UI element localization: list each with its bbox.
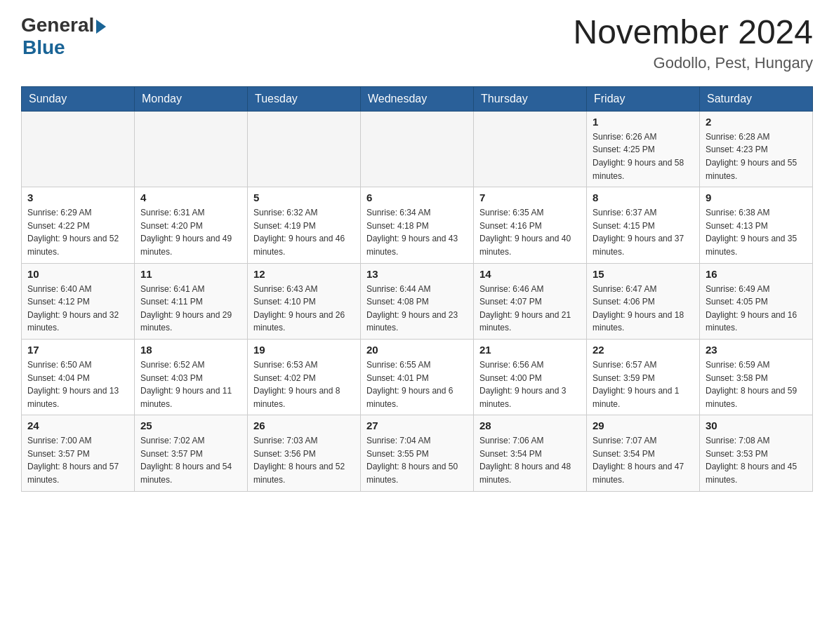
- calendar-cell: [248, 111, 361, 187]
- day-number: 26: [253, 420, 355, 431]
- day-number: 23: [706, 344, 807, 356]
- day-number: 28: [479, 420, 581, 431]
- calendar-cell: 11Sunrise: 6:41 AMSunset: 4:11 PMDayligh…: [135, 263, 248, 339]
- logo-general-text: General: [21, 14, 94, 36]
- day-info: Sunrise: 6:26 AMSunset: 4:25 PMDaylight:…: [593, 130, 694, 182]
- calendar-cell: 2Sunrise: 6:28 AMSunset: 4:23 PMDaylight…: [700, 111, 813, 187]
- day-number: 1: [593, 116, 694, 128]
- day-number: 4: [140, 192, 241, 203]
- day-info: Sunrise: 7:03 AMSunset: 3:56 PMDaylight:…: [253, 434, 355, 486]
- day-number: 19: [253, 344, 355, 356]
- logo-blue-text: Blue: [22, 36, 65, 59]
- day-number: 24: [27, 420, 128, 431]
- day-info: Sunrise: 7:08 AMSunset: 3:53 PMDaylight:…: [706, 434, 807, 486]
- day-info: Sunrise: 6:31 AMSunset: 4:20 PMDaylight:…: [140, 206, 241, 258]
- day-info: Sunrise: 6:50 AMSunset: 4:04 PMDaylight:…: [27, 358, 128, 410]
- day-number: 9: [706, 192, 807, 203]
- day-info: Sunrise: 6:40 AMSunset: 4:12 PMDaylight:…: [27, 283, 128, 335]
- calendar-cell: [474, 111, 587, 187]
- day-info: Sunrise: 7:04 AMSunset: 3:55 PMDaylight:…: [366, 434, 468, 486]
- calendar-cell: 18Sunrise: 6:52 AMSunset: 4:03 PMDayligh…: [135, 339, 248, 415]
- calendar-week-row: 17Sunrise: 6:50 AMSunset: 4:04 PMDayligh…: [22, 339, 813, 415]
- day-info: Sunrise: 6:53 AMSunset: 4:02 PMDaylight:…: [253, 358, 355, 410]
- logo: General Blue: [21, 14, 106, 59]
- day-info: Sunrise: 6:34 AMSunset: 4:18 PMDaylight:…: [366, 206, 468, 258]
- day-info: Sunrise: 6:57 AMSunset: 3:59 PMDaylight:…: [593, 358, 694, 410]
- day-info: Sunrise: 6:28 AMSunset: 4:23 PMDaylight:…: [706, 130, 807, 182]
- col-header-sunday: Sunday: [22, 86, 135, 111]
- col-header-thursday: Thursday: [474, 86, 587, 111]
- day-info: Sunrise: 7:00 AMSunset: 3:57 PMDaylight:…: [27, 434, 128, 486]
- calendar-week-row: 3Sunrise: 6:29 AMSunset: 4:22 PMDaylight…: [22, 187, 813, 263]
- day-info: Sunrise: 6:32 AMSunset: 4:19 PMDaylight:…: [253, 206, 355, 258]
- day-number: 13: [366, 268, 468, 280]
- day-number: 7: [479, 192, 581, 203]
- day-info: Sunrise: 7:07 AMSunset: 3:54 PMDaylight:…: [593, 434, 694, 486]
- calendar-header-row: SundayMondayTuesdayWednesdayThursdayFrid…: [22, 86, 813, 111]
- calendar-cell: 27Sunrise: 7:04 AMSunset: 3:55 PMDayligh…: [361, 415, 474, 491]
- day-number: 2: [706, 116, 807, 128]
- day-info: Sunrise: 6:43 AMSunset: 4:10 PMDaylight:…: [253, 283, 355, 335]
- day-info: Sunrise: 6:38 AMSunset: 4:13 PMDaylight:…: [706, 206, 807, 258]
- day-info: Sunrise: 6:44 AMSunset: 4:08 PMDaylight:…: [366, 283, 468, 335]
- calendar-cell: 7Sunrise: 6:35 AMSunset: 4:16 PMDaylight…: [474, 187, 587, 263]
- calendar-cell: 22Sunrise: 6:57 AMSunset: 3:59 PMDayligh…: [587, 339, 700, 415]
- day-number: 16: [706, 268, 807, 280]
- day-number: 29: [593, 420, 694, 431]
- day-info: Sunrise: 7:02 AMSunset: 3:57 PMDaylight:…: [140, 434, 241, 486]
- logo-arrow-icon: [96, 20, 106, 34]
- day-number: 11: [140, 268, 241, 280]
- calendar-cell: 19Sunrise: 6:53 AMSunset: 4:02 PMDayligh…: [248, 339, 361, 415]
- day-number: 8: [593, 192, 694, 203]
- page-header: General Blue November 2024 Godollo, Pest…: [21, 14, 813, 72]
- day-info: Sunrise: 6:35 AMSunset: 4:16 PMDaylight:…: [479, 206, 581, 258]
- day-number: 21: [479, 344, 581, 356]
- day-info: Sunrise: 6:41 AMSunset: 4:11 PMDaylight:…: [140, 283, 241, 335]
- calendar-cell: 30Sunrise: 7:08 AMSunset: 3:53 PMDayligh…: [700, 415, 813, 491]
- day-number: 25: [140, 420, 241, 431]
- col-header-monday: Monday: [135, 86, 248, 111]
- calendar-cell: 28Sunrise: 7:06 AMSunset: 3:54 PMDayligh…: [474, 415, 587, 491]
- calendar-cell: [135, 111, 248, 187]
- day-number: 22: [593, 344, 694, 356]
- calendar-cell: 26Sunrise: 7:03 AMSunset: 3:56 PMDayligh…: [248, 415, 361, 491]
- day-info: Sunrise: 6:46 AMSunset: 4:07 PMDaylight:…: [479, 283, 581, 335]
- day-info: Sunrise: 6:59 AMSunset: 3:58 PMDaylight:…: [706, 358, 807, 410]
- day-info: Sunrise: 6:37 AMSunset: 4:15 PMDaylight:…: [593, 206, 694, 258]
- calendar-cell: 3Sunrise: 6:29 AMSunset: 4:22 PMDaylight…: [22, 187, 135, 263]
- calendar-cell: 16Sunrise: 6:49 AMSunset: 4:05 PMDayligh…: [700, 263, 813, 339]
- day-info: Sunrise: 6:29 AMSunset: 4:22 PMDaylight:…: [27, 206, 128, 258]
- location-text: Godollo, Pest, Hungary: [573, 54, 813, 72]
- calendar-cell: 21Sunrise: 6:56 AMSunset: 4:00 PMDayligh…: [474, 339, 587, 415]
- day-number: 5: [253, 192, 355, 203]
- col-header-friday: Friday: [587, 86, 700, 111]
- calendar-cell: 25Sunrise: 7:02 AMSunset: 3:57 PMDayligh…: [135, 415, 248, 491]
- day-info: Sunrise: 7:06 AMSunset: 3:54 PMDaylight:…: [479, 434, 581, 486]
- calendar-cell: 1Sunrise: 6:26 AMSunset: 4:25 PMDaylight…: [587, 111, 700, 187]
- col-header-saturday: Saturday: [700, 86, 813, 111]
- day-number: 27: [366, 420, 468, 431]
- day-info: Sunrise: 6:49 AMSunset: 4:05 PMDaylight:…: [706, 283, 807, 335]
- month-title: November 2024: [573, 14, 813, 51]
- day-number: 17: [27, 344, 128, 356]
- calendar-cell: 24Sunrise: 7:00 AMSunset: 3:57 PMDayligh…: [22, 415, 135, 491]
- calendar-cell: 9Sunrise: 6:38 AMSunset: 4:13 PMDaylight…: [700, 187, 813, 263]
- calendar-cell: 8Sunrise: 6:37 AMSunset: 4:15 PMDaylight…: [587, 187, 700, 263]
- calendar-week-row: 10Sunrise: 6:40 AMSunset: 4:12 PMDayligh…: [22, 263, 813, 339]
- calendar-cell: 14Sunrise: 6:46 AMSunset: 4:07 PMDayligh…: [474, 263, 587, 339]
- calendar-cell: [361, 111, 474, 187]
- calendar-cell: 5Sunrise: 6:32 AMSunset: 4:19 PMDaylight…: [248, 187, 361, 263]
- title-block: November 2024 Godollo, Pest, Hungary: [573, 14, 813, 72]
- day-info: Sunrise: 6:52 AMSunset: 4:03 PMDaylight:…: [140, 358, 241, 410]
- calendar-cell: 4Sunrise: 6:31 AMSunset: 4:20 PMDaylight…: [135, 187, 248, 263]
- calendar-table: SundayMondayTuesdayWednesdayThursdayFrid…: [21, 86, 813, 492]
- calendar-cell: 6Sunrise: 6:34 AMSunset: 4:18 PMDaylight…: [361, 187, 474, 263]
- calendar-cell: 13Sunrise: 6:44 AMSunset: 4:08 PMDayligh…: [361, 263, 474, 339]
- day-number: 12: [253, 268, 355, 280]
- day-number: 18: [140, 344, 241, 356]
- col-header-wednesday: Wednesday: [361, 86, 474, 111]
- day-number: 10: [27, 268, 128, 280]
- day-number: 30: [706, 420, 807, 431]
- day-number: 14: [479, 268, 581, 280]
- calendar-cell: 17Sunrise: 6:50 AMSunset: 4:04 PMDayligh…: [22, 339, 135, 415]
